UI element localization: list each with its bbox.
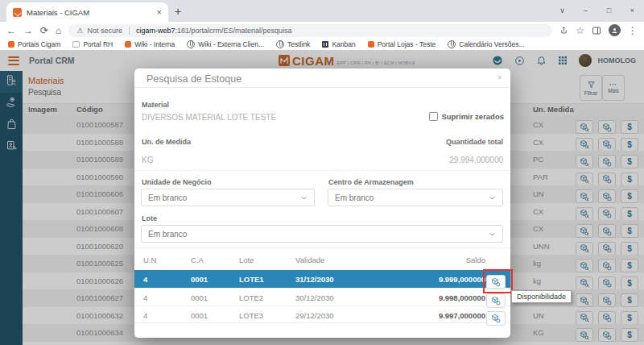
lot-validity: 29/12/2030: [295, 311, 334, 320]
bookmark-item[interactable]: Wiki - Externa Clien...: [187, 40, 264, 48]
lot-row[interactable]: 40001LOTE329/12/20309.997,000000: [134, 306, 510, 323]
lot-un: 4: [143, 275, 147, 284]
side-panel-icon[interactable]: [592, 26, 601, 35]
lot-value: Em branco: [148, 230, 187, 239]
business-unit-select[interactable]: Em branco: [141, 189, 315, 206]
storage-center-label: Centro de Armazenagem: [328, 178, 414, 186]
modal-titlebar: Pesquisa de Estoque ×: [134, 69, 510, 88]
divider: [134, 247, 510, 248]
lot-ca: 0001: [191, 275, 208, 284]
globe-bookmark-icon: [448, 40, 456, 48]
lot-un: 4: [143, 311, 147, 320]
chevron-down-icon: [489, 231, 496, 238]
new-tab-button[interactable]: +: [175, 5, 181, 18]
bookmark-label: Portais Cigam: [18, 40, 60, 48]
lot-validity: 31/12/2030: [295, 275, 334, 284]
url-path: :181/portalcrm/ES/material/pesquisa: [175, 27, 291, 35]
bookmark-item[interactable]: Kanban: [322, 40, 355, 48]
bookmarks-bar: Portais CigamPortal RHWiki - InternaWiki…: [0, 39, 644, 51]
lot-row[interactable]: 40001LOTE131/12/20309.999,000000: [134, 270, 510, 288]
lot-row[interactable]: 40001LOTE230/12/20309.998,000000: [134, 288, 510, 306]
close-icon[interactable]: ×: [497, 73, 502, 82]
suppress-zeros-label: Suprimir zerados: [441, 112, 504, 121]
back-icon[interactable]: ←: [6, 26, 16, 35]
column-header-saldo: Saldo: [405, 256, 485, 264]
material-value: DIVERSOS MATERIAL LOTE TESTE: [142, 113, 276, 122]
reload-icon[interactable]: ⟳: [40, 26, 48, 35]
chat-bookmark-icon: [72, 41, 80, 48]
suppress-zeros-checkbox[interactable]: [429, 112, 438, 121]
material-label: Material: [142, 101, 169, 109]
lots-table-header: U.N C.A Lote Validade Saldo: [134, 254, 510, 267]
maximize-icon[interactable]: □: [597, 0, 621, 22]
lot-ca: 0001: [191, 311, 208, 320]
window-close-icon[interactable]: ×: [621, 0, 644, 22]
share-icon[interactable]: [559, 26, 568, 35]
window-menu-icon[interactable]: ∨: [551, 0, 574, 22]
bookmark-label: Wiki - Externa Clien...: [198, 40, 264, 48]
browser-toolbar: ← → ⟳ ⌂ ⚠ Not secure cigam-web7:181/port…: [0, 22, 644, 39]
stock-search-modal: Pesquisa de Estoque × Material DIVERSOS …: [134, 69, 510, 338]
lot-code: LOTE1: [239, 275, 264, 284]
forward-icon[interactable]: →: [23, 26, 33, 35]
lots-table-body: 40001LOTE131/12/20309.999,00000040001LOT…: [134, 270, 510, 323]
address-bar-divider: [129, 27, 130, 35]
bookmark-item[interactable]: Wiki - Interna: [125, 40, 175, 48]
cigam-bookmark-icon: [8, 41, 14, 48]
bookmark-label: Testlink: [287, 40, 310, 48]
bookmark-label: Kanban: [332, 40, 355, 48]
minimize-icon[interactable]: –: [574, 0, 597, 22]
lot-balance: 9.998,000000: [376, 293, 485, 302]
bookmark-item[interactable]: Calendário Versões...: [448, 40, 524, 48]
unit-value: KG: [142, 156, 153, 164]
chevron-down-icon: [300, 194, 308, 202]
cigam-bookmark-icon: [368, 41, 374, 48]
browser-profile-avatar[interactable]: [609, 24, 621, 36]
browser-tab[interactable]: Materiais - CIGAM ×: [6, 2, 168, 22]
lot-code: LOTE3: [239, 311, 263, 320]
not-secure-icon: ⚠: [76, 27, 83, 35]
lot-code: LOTE2: [239, 293, 263, 302]
browser-menu-icon[interactable]: ⋮: [628, 26, 638, 35]
availability-button[interactable]: [486, 275, 506, 289]
storage-center-value: Em branco: [335, 193, 374, 202]
bookmark-item[interactable]: Portais Cigam: [8, 40, 60, 48]
browser-window: Materiais - CIGAM × + ∨ – □ × ← → ⟳ ⌂ ⚠ …: [0, 0, 644, 345]
tab-close-icon[interactable]: ×: [157, 7, 162, 17]
bookmark-label: Portal Lojas - Teste: [378, 40, 436, 48]
business-unit-value: Em branco: [148, 193, 187, 202]
business-unit-label: Unidade de Negócio: [142, 178, 212, 186]
unit-label: Un. de Medida: [142, 138, 191, 146]
lot-label: Lote: [142, 214, 157, 222]
disponibilidade-tooltip: Disponibilidade: [511, 290, 572, 303]
tab-title: Materiais - CIGAM: [27, 8, 152, 17]
globe-bookmark-icon: [276, 40, 284, 48]
suppress-zeros-option[interactable]: Suprimir zerados: [429, 112, 504, 121]
bookmark-star-icon[interactable]: ☆: [576, 26, 584, 35]
window-controls: ∨ – □ ×: [551, 0, 644, 22]
cigam-favicon-icon: [13, 8, 22, 17]
security-label: Not secure: [87, 27, 122, 35]
url-host: cigam-web7: [136, 27, 175, 35]
bookmark-label: Calendário Versões...: [459, 40, 524, 48]
total-qty-value: 29.994,000000: [449, 156, 503, 164]
availability-button[interactable]: [486, 311, 506, 326]
chevron-down-icon: [489, 194, 496, 202]
lot-validity: 30/12/2030: [295, 293, 334, 302]
lot-balance: 9.999,000000: [376, 275, 485, 284]
total-qty-label: Quantidade total: [446, 138, 503, 146]
bookmark-item[interactable]: Portal RH: [72, 40, 113, 48]
bookmark-label: Wiki - Interna: [134, 40, 175, 48]
bookmark-item[interactable]: Testlink: [276, 40, 310, 48]
storage-center-select[interactable]: Em branco: [328, 189, 503, 206]
address-bar[interactable]: ⚠ Not secure cigam-web7:181/portalcrm/ES…: [68, 24, 552, 37]
bookmark-item[interactable]: Portal Lojas - Teste: [368, 40, 436, 48]
url-text: cigam-web7:181/portalcrm/ES/material/pes…: [136, 27, 292, 35]
globe-bookmark-icon: [187, 40, 195, 48]
bookmark-label: Portal RH: [83, 40, 113, 48]
lot-select[interactable]: Em branco: [141, 225, 503, 243]
home-icon[interactable]: ⌂: [56, 26, 61, 35]
lot-balance: 9.997,000000: [376, 311, 485, 320]
lot-un: 4: [143, 293, 147, 302]
divider: [134, 170, 510, 171]
